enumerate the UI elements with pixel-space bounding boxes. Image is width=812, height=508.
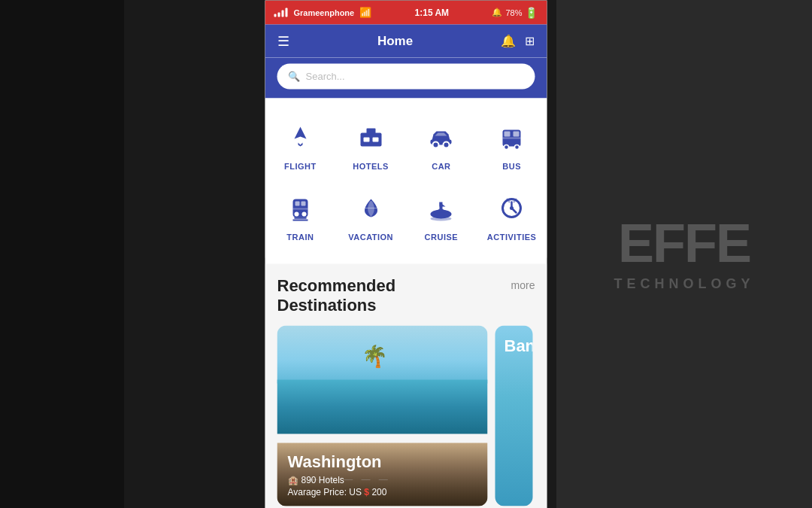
price-currency: $ [364, 487, 369, 497]
signal-bar-2 [278, 12, 280, 17]
wifi-icon: 📶 [359, 7, 371, 18]
svg-point-16 [294, 211, 298, 216]
washington-hotels: 890 Hotels [301, 475, 344, 485]
destinations-scroll: 🌴 — — — — — Washington 🏨 890 Hotels Avar… [277, 326, 535, 506]
svg-point-17 [301, 211, 306, 216]
activities-label: ACTIVITIES [487, 232, 537, 241]
search-bar[interactable]: 🔍 Search... [277, 63, 535, 89]
vacation-icon-circle [351, 188, 390, 227]
svg-point-25 [510, 206, 514, 210]
bus-icon [497, 122, 527, 152]
car-label: CAR [432, 161, 450, 170]
category-flight[interactable]: FLIGHT [265, 110, 336, 181]
car-icon-circle [422, 117, 461, 157]
signal-bar-3 [282, 10, 284, 17]
signal-bar-4 [286, 8, 288, 17]
svg-point-10 [504, 144, 509, 149]
price-label: Avarage Price: US [288, 487, 362, 497]
svg-rect-9 [514, 131, 520, 136]
svg-rect-15 [301, 201, 305, 205]
activities-icon [497, 193, 527, 223]
battery-percent: 78% [505, 8, 522, 17]
recommended-title-line1: Recommended [277, 275, 396, 294]
category-hotels[interactable]: HOTELS [335, 110, 406, 181]
svg-rect-8 [504, 131, 511, 136]
water-area [277, 380, 488, 434]
status-left: Grameenphone 📶 [274, 7, 372, 18]
category-cruise[interactable]: CRUISE [406, 181, 477, 251]
activities-icon-circle [492, 188, 532, 227]
train-icon-circle [280, 188, 320, 227]
car-icon [426, 122, 456, 152]
signal-bar-1 [274, 14, 277, 17]
flight-icon [285, 122, 315, 152]
notification-icon[interactable]: 🔔 [501, 34, 516, 48]
destination-card-washington[interactable]: 🌴 — — — — — Washington 🏨 890 Hotels Avar… [277, 326, 488, 506]
category-bus[interactable]: BUS [477, 110, 547, 181]
destination-card-bangkok[interactable]: Ban [495, 326, 533, 506]
palm-trees: 🌴 [362, 344, 388, 369]
search-icon: 🔍 [288, 71, 300, 82]
effe-sub: TECHNOLOGY [614, 276, 754, 292]
hamburger-menu-icon[interactable]: ☰ [277, 32, 289, 49]
search-placeholder: Search... [306, 71, 345, 82]
svg-rect-18 [292, 208, 308, 209]
recommended-title-line2: Destinations [277, 295, 377, 314]
nav-right-icons: 🔔 ⊞ [501, 34, 535, 48]
battery-icon: 🔋 [525, 6, 538, 18]
cruise-label: CRUISE [425, 232, 459, 241]
vacation-icon [356, 193, 386, 223]
recommended-title: Recommended Destinations [277, 275, 396, 315]
search-area: 🔍 Search... [265, 57, 547, 98]
more-link[interactable]: more [511, 275, 535, 291]
category-activities[interactable]: ACTIVITIES [477, 181, 547, 251]
svg-rect-14 [295, 201, 299, 205]
washington-name: Washington [288, 452, 477, 472]
effe-logo: EFFE [618, 216, 750, 270]
status-time: 1:15 AM [415, 7, 450, 17]
nav-title: Home [377, 33, 413, 48]
carrier-name: Grameenphone [294, 8, 355, 17]
washington-meta: 🏨 890 Hotels [288, 475, 477, 485]
svg-point-5 [433, 141, 439, 148]
washington-overlay: Washington 🏨 890 Hotels Avarage Price: U… [277, 443, 488, 506]
category-car[interactable]: CAR [406, 110, 477, 181]
cruise-icon-circle [422, 188, 461, 227]
bangkok-name: Ban [504, 336, 533, 356]
recommended-section: Recommended Destinations more [265, 263, 547, 508]
flight-label: FLIGHT [284, 161, 317, 170]
alarm-icon: 🔔 [492, 8, 502, 17]
scene: Grameenphone 📶 1:15 AM 🔔 78% 🔋 ☰ Home 🔔 … [0, 0, 812, 508]
recommended-header: Recommended Destinations more [277, 275, 535, 315]
category-section: FLIGHT HOTELS [265, 98, 547, 257]
left-dark-panel [0, 0, 124, 508]
train-icon [285, 193, 315, 223]
category-grid: FLIGHT HOTELS [265, 110, 547, 251]
price-value: 200 [371, 487, 386, 497]
status-right: 🔔 78% 🔋 [492, 6, 538, 18]
phone-frame: Grameenphone 📶 1:15 AM 🔔 78% 🔋 ☰ Home 🔔 … [265, 0, 547, 508]
svg-point-6 [444, 141, 450, 148]
svg-rect-12 [503, 137, 521, 138]
right-panel: EFFE TECHNOLOGY [556, 0, 812, 508]
train-label: TRAIN [286, 232, 314, 241]
svg-rect-2 [363, 137, 369, 141]
signal-bars [274, 8, 288, 17]
svg-point-23 [431, 216, 452, 221]
category-train[interactable]: TRAIN [265, 181, 336, 251]
hotels-label: HOTELS [353, 161, 389, 170]
nav-bar: ☰ Home 🔔 ⊞ [265, 24, 547, 57]
bus-icon-circle [492, 117, 532, 157]
category-vacation[interactable]: VACATION [335, 181, 406, 251]
status-bar: Grameenphone 📶 1:15 AM 🔔 78% 🔋 [265, 0, 547, 24]
hotels-icon-circle [351, 117, 390, 157]
hotels-icon [356, 122, 386, 152]
flight-icon-circle [280, 117, 320, 157]
svg-rect-1 [366, 128, 375, 134]
hotel-meta-icon: 🏨 [288, 475, 298, 485]
svg-point-11 [515, 144, 520, 149]
vacation-label: VACATION [348, 232, 393, 241]
bus-label: BUS [502, 161, 521, 170]
settings-icon[interactable]: ⊞ [525, 34, 535, 48]
washington-price: Avarage Price: US $ 200 [288, 487, 477, 497]
